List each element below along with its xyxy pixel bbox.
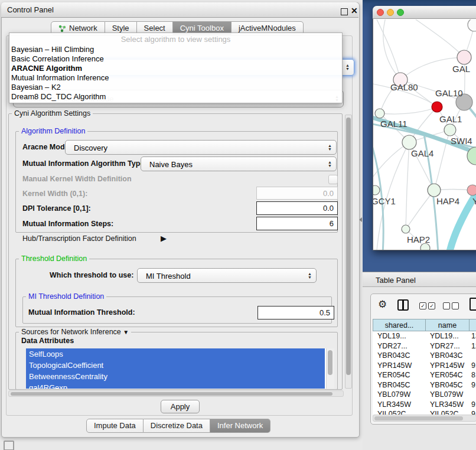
settings-hscrollbar-thumb[interactable] [11, 392, 332, 396]
table-cell[interactable]: YBR043C [373, 351, 425, 361]
network-node[interactable] [420, 243, 430, 250]
close-icon[interactable]: ✕ [351, 6, 358, 15]
attributes-vscrollbar[interactable] [326, 348, 334, 389]
table-row[interactable]: YIL052CYIL052C9 [373, 409, 476, 415]
dropdown-item-selected[interactable]: ARACNE Algorithm [9, 64, 342, 73]
table-cell[interactable]: 9 [469, 409, 476, 415]
settings-vscrollbar[interactable] [345, 115, 352, 389]
network-node[interactable] [468, 19, 476, 31]
network-edge[interactable] [416, 19, 464, 57]
table-cell[interactable]: YBR045C [425, 380, 469, 390]
table-header[interactable]: shared... name [373, 319, 476, 331]
table-row[interactable]: YLR345WYLR345W9. [373, 400, 476, 410]
table-cell[interactable]: 12 [469, 341, 476, 351]
network-edge[interactable] [377, 19, 400, 80]
dropdown-item[interactable]: Bayesian – Hill Climbing [9, 45, 342, 54]
table-cell[interactable]: YPR145W [425, 361, 469, 371]
tab-discretize-data[interactable]: Discretize Data [144, 419, 210, 433]
table-cell[interactable]: YLR345W [373, 400, 425, 410]
attribute-item-selected[interactable]: TopologicalCoefficient [26, 360, 325, 371]
table-rows[interactable]: YDL19...YDL19...13YDR27...YDR27...12YBR0… [373, 331, 476, 415]
table-cell[interactable]: YDR27... [425, 341, 469, 351]
network-node-hap4[interactable] [428, 184, 441, 197]
data-attributes-list[interactable]: SelfLoops TopologicalCoefficient Between… [26, 348, 334, 389]
deselect-all-icon-2[interactable] [452, 302, 459, 309]
file-icon[interactable] [470, 298, 476, 311]
tab-impute-data[interactable]: Impute Data [86, 419, 144, 433]
table-hscrollbar[interactable] [373, 415, 476, 422]
table-cell[interactable]: YBL079W [373, 390, 425, 400]
table-cell[interactable]: 9. [469, 380, 476, 390]
table-cell[interactable]: YLR345W [425, 400, 469, 410]
table-row[interactable]: YDR27...YDR27...12 [373, 341, 476, 351]
network-node-gal1[interactable] [444, 124, 456, 136]
mi-threshold-field[interactable]: 0.5 [257, 306, 334, 319]
column-header-name[interactable]: name [425, 319, 469, 331]
table-cell[interactable]: 9. [469, 400, 476, 410]
table-cell[interactable]: YDR27... [373, 341, 425, 351]
zoom-traffic-light[interactable] [397, 9, 404, 16]
network-node-y[interactable] [467, 185, 476, 195]
network-node-gal[interactable] [457, 50, 471, 64]
select-all-icon[interactable]: ✓ [419, 302, 426, 309]
dropdown-item[interactable]: Mutual Information Inference [9, 73, 342, 83]
table-row[interactable]: YBR045CYBR045C9. [373, 380, 476, 390]
network-node-hap2[interactable] [402, 225, 410, 233]
network-node-gal11[interactable] [375, 109, 384, 118]
apply-button[interactable]: Apply [161, 400, 200, 413]
dropdown-item[interactable]: Bayesian – K2 [9, 83, 342, 92]
attribute-item-selected[interactable]: gal4RGexp [26, 382, 325, 389]
minimize-traffic-light[interactable] [387, 9, 394, 16]
table-cell[interactable] [469, 351, 476, 361]
network-edge[interactable] [406, 190, 434, 229]
dropdown-item[interactable]: Basic Correlation Inference [9, 54, 342, 64]
table-cell[interactable]: YBL079W [425, 390, 469, 400]
expand-right-icon[interactable]: ▶ [161, 234, 167, 243]
network-edge[interactable] [380, 107, 437, 114]
settings-vscrollbar-thumb[interactable] [346, 118, 351, 375]
attribute-item-selected[interactable]: SelfLoops [26, 348, 325, 360]
dock-panel-icon[interactable] [4, 441, 14, 450]
network-window-titlebar[interactable] [373, 6, 476, 19]
network-edge[interactable] [406, 142, 409, 229]
network-node-gcy1[interactable] [373, 185, 380, 195]
tab-infer-network[interactable]: Infer Network [210, 419, 270, 433]
table-cell[interactable]: YBR045C [373, 380, 425, 390]
table-row[interactable]: YBL079WYBL079W [373, 390, 476, 400]
close-traffic-light[interactable] [377, 9, 384, 16]
table-cell[interactable]: YER054C [373, 370, 425, 380]
network-graph[interactable]: GALGAL80GAL10GAL11GAL1SWI4GAL4GCY1HAP4YH… [373, 19, 476, 250]
table-row[interactable]: YER054CYER054C8. [373, 370, 476, 380]
gear-icon[interactable]: ⚙ [378, 298, 387, 311]
settings-hscrollbar[interactable] [8, 390, 344, 397]
table-row[interactable]: YBR043CYBR043C [373, 351, 476, 361]
table-cell[interactable]: YBR043C [425, 351, 469, 361]
hub-definition-label[interactable]: Hub/Transcription Factor Definition [22, 234, 136, 243]
aracne-mode-select[interactable]: Discovery ▲▼ [65, 140, 337, 155]
table-cell[interactable]: YIL052C [373, 409, 425, 415]
mi-algorithm-type-select[interactable]: Naive Bayes ▲▼ [141, 156, 337, 171]
column-view-icon[interactable] [397, 299, 409, 311]
table-cell[interactable] [469, 390, 476, 400]
network-node[interactable] [432, 102, 442, 112]
table-hscrollbar-thumb[interactable] [374, 416, 463, 420]
table-cell[interactable]: 8. [469, 370, 476, 380]
attributes-vscrollbar-thumb[interactable] [328, 350, 332, 375]
table-cell[interactable]: YPR145W [373, 361, 425, 371]
table-cell[interactable]: 13 [469, 331, 476, 341]
table-cell[interactable]: 9. [469, 361, 476, 371]
sources-title[interactable]: Sources for Network Inference ▼ [19, 328, 131, 336]
table-cell[interactable]: YIL052C [425, 409, 469, 415]
deselect-all-icon[interactable] [443, 302, 450, 309]
float-window-icon[interactable] [341, 8, 348, 15]
column-header-partial[interactable] [469, 319, 476, 331]
table-row[interactable]: YPR145WYPR145W9. [373, 361, 476, 371]
dropdown-item[interactable]: Dream8 DC_TDC Algorithm [9, 92, 342, 102]
which-threshold-select[interactable]: MI Threshold ▲▼ [137, 268, 317, 283]
dpi-tolerance-field[interactable]: 0.0 [256, 201, 338, 215]
attribute-item-selected[interactable]: BetweennessCentrality [26, 371, 325, 382]
mi-steps-field[interactable]: 6 [256, 217, 338, 230]
network-node-gal4[interactable] [402, 135, 416, 149]
table-cell[interactable]: YER054C [425, 370, 469, 380]
network-canvas[interactable]: GALGAL80GAL10GAL11GAL1SWI4GAL4GCY1HAP4YH… [373, 19, 476, 250]
